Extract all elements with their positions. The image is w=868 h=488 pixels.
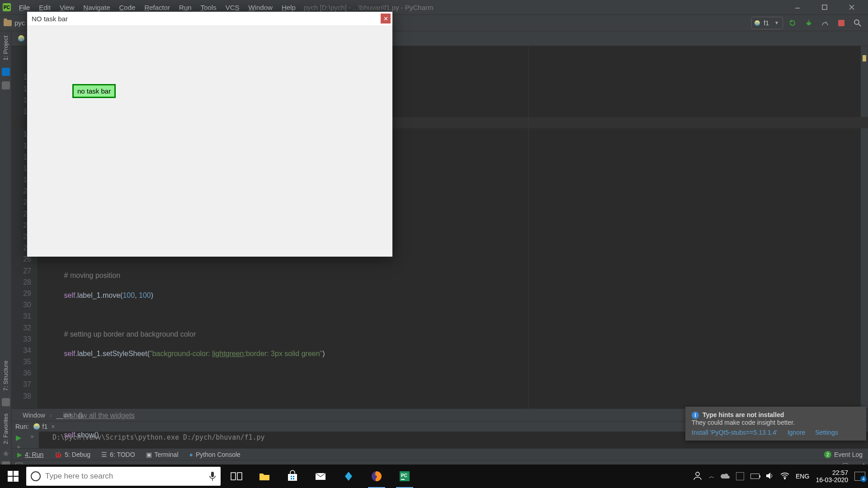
breadcrumb-project[interactable]: pyc xyxy=(14,19,25,27)
notification-popup: iType hints are not installed They could… xyxy=(685,407,866,441)
editor-scrollbar[interactable] xyxy=(861,46,868,408)
qt-titlebar[interactable]: NO task bar ✕ xyxy=(27,12,392,25)
stop-icon xyxy=(838,20,844,26)
people-button[interactable] xyxy=(693,471,703,482)
qt-close-button[interactable]: ✕ xyxy=(381,14,391,23)
menu-run[interactable]: Run xyxy=(175,2,195,13)
main-menu: File Edit View Navigate Code Refactor Ru… xyxy=(15,2,299,13)
qt-label: no task bar xyxy=(72,84,116,98)
start-button[interactable] xyxy=(0,465,26,488)
minimize-button[interactable] xyxy=(784,0,811,15)
wifi-icon[interactable] xyxy=(780,472,789,481)
search-input[interactable] xyxy=(45,472,204,481)
qt-body: no task bar xyxy=(27,25,392,257)
folder-icon xyxy=(4,20,12,26)
notification-count-badge: 4 xyxy=(860,476,867,482)
run-config-selector[interactable]: f1 ▼ xyxy=(751,17,783,29)
menu-view[interactable]: View xyxy=(56,2,78,13)
qt-app-window[interactable]: NO task bar ✕ no task bar xyxy=(27,12,392,257)
tool-project[interactable]: 1: Project xyxy=(2,31,9,65)
svg-text:PC: PC xyxy=(401,473,407,478)
menu-code[interactable]: Code xyxy=(116,2,139,13)
store-app[interactable] xyxy=(278,465,307,488)
menu-window[interactable]: Window xyxy=(245,2,276,13)
search-everywhere-button[interactable] xyxy=(851,17,864,29)
svg-rect-11 xyxy=(211,472,214,477)
svg-point-25 xyxy=(696,472,699,476)
stop-button[interactable] xyxy=(835,17,848,29)
pycharm-icon: PC xyxy=(3,3,11,11)
svg-rect-15 xyxy=(288,474,297,481)
qt-window-title: NO task bar xyxy=(32,15,68,23)
cortana-icon xyxy=(31,471,41,481)
left-tool-strip: 1: Project 7: Structure 2: Favorites ★ xyxy=(0,31,12,472)
tool-structure[interactable]: 7: Structure xyxy=(2,356,9,395)
volume-icon[interactable] xyxy=(766,472,774,481)
battery-icon[interactable] xyxy=(750,474,760,479)
clock-time: 22:57 xyxy=(832,469,848,476)
mail-app[interactable] xyxy=(307,465,335,488)
notification-title: Type hints are not installed xyxy=(703,411,784,418)
maximize-button[interactable] xyxy=(811,0,838,15)
star-icon[interactable]: ★ xyxy=(2,449,9,459)
svg-rect-14 xyxy=(237,473,242,480)
notification-body: They could make code insight better. xyxy=(692,419,860,426)
svg-rect-17 xyxy=(293,476,294,477)
run-label: Run: xyxy=(15,423,29,430)
taskbar-search[interactable] xyxy=(26,467,221,486)
window-title: pych [D:\pych] - ...\bhuvan\f1.py - PyCh… xyxy=(304,4,434,11)
tool-favorites[interactable]: 2: Favorites xyxy=(2,409,9,449)
rerun-button[interactable] xyxy=(786,17,799,29)
notification-ignore-link[interactable]: Ignore xyxy=(788,429,806,436)
chevron-down-icon: ▼ xyxy=(774,20,779,25)
breadcrumb-class[interactable]: Window xyxy=(23,412,45,419)
menu-tools[interactable]: Tools xyxy=(197,2,220,13)
expand-icon[interactable]: » xyxy=(31,433,34,440)
close-button[interactable] xyxy=(838,0,865,15)
clock[interactable]: 22:57 16-03-2020 xyxy=(816,469,848,483)
onedrive-icon[interactable] xyxy=(721,473,730,480)
tab-run[interactable]: ▶4: Run xyxy=(17,451,43,458)
run-config-label: f1 xyxy=(764,19,769,27)
task-view-button[interactable] xyxy=(222,465,250,488)
firefox-app[interactable] xyxy=(363,465,391,488)
svg-rect-19 xyxy=(293,478,294,479)
notification-install-link[interactable]: Install 'PyQt5-stubs==5.13.1.4' xyxy=(692,429,778,436)
windows-icon xyxy=(8,471,19,482)
warning-marker[interactable] xyxy=(863,55,866,61)
menu-help[interactable]: Help xyxy=(278,2,299,13)
microphone-icon[interactable] xyxy=(209,471,216,481)
action-center-button[interactable]: 4 xyxy=(854,472,865,481)
tray-icon[interactable] xyxy=(736,472,744,480)
svg-line-10 xyxy=(859,24,861,26)
run-tab-label: f1 xyxy=(42,423,48,430)
windows-taskbar: PC ︿ ENG 22:57 16-03-2020 4 xyxy=(0,465,868,488)
debug-button[interactable] xyxy=(802,17,816,29)
rerun-icon[interactable]: ▶ xyxy=(16,433,21,442)
notification-settings-link[interactable]: Settings xyxy=(815,429,838,436)
menu-vcs[interactable]: VCS xyxy=(222,2,243,13)
tool-icon[interactable] xyxy=(2,68,10,76)
tool-icon[interactable] xyxy=(2,398,10,406)
svg-rect-1 xyxy=(822,5,827,9)
tray-expand-icon[interactable]: ︿ xyxy=(709,473,714,480)
tool-icon[interactable] xyxy=(2,81,10,89)
profile-button[interactable] xyxy=(818,17,832,29)
menu-file[interactable]: File xyxy=(15,2,33,13)
svg-point-26 xyxy=(784,478,786,479)
menu-refactor[interactable]: Refactor xyxy=(141,2,174,13)
python-icon xyxy=(33,423,40,430)
svg-rect-18 xyxy=(291,478,292,479)
predator-app[interactable] xyxy=(335,465,363,488)
menu-navigate[interactable]: Navigate xyxy=(80,2,113,13)
svg-point-4 xyxy=(807,22,811,25)
svg-point-9 xyxy=(854,20,859,24)
system-tray: ︿ ENG 22:57 16-03-2020 4 xyxy=(693,469,868,483)
pycharm-app[interactable]: PC xyxy=(391,465,419,488)
menu-edit[interactable]: Edit xyxy=(35,2,54,13)
svg-rect-13 xyxy=(231,473,236,480)
python-icon xyxy=(18,35,24,42)
language-indicator[interactable]: ENG xyxy=(796,473,809,480)
file-explorer-app[interactable] xyxy=(250,465,278,488)
svg-rect-16 xyxy=(291,476,292,477)
